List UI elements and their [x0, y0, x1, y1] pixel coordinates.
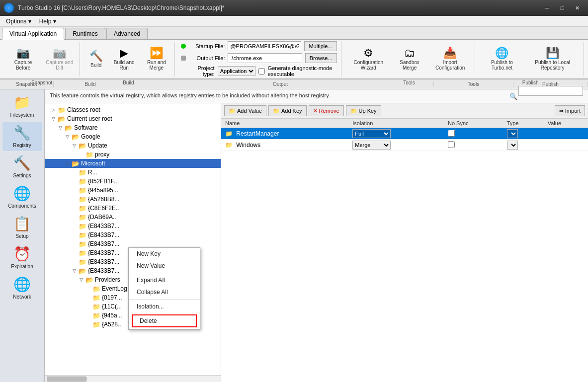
tree-node-guid4[interactable]: 📁 {C8E6F2E... — [45, 204, 221, 213]
tree-node-proxy[interactable]: 📁 proxy — [45, 150, 221, 159]
import-button[interactable]: ⇒ Import — [555, 105, 585, 116]
context-menu-isolation[interactable]: Isolation... — [129, 301, 200, 312]
menu-bar: Options ▾ Help ▾ — [0, 16, 588, 27]
network-label: Network — [13, 294, 31, 300]
publish-turbo-icon: 🌐 — [495, 48, 508, 59]
row-name-text: RestartManager — [236, 130, 279, 137]
tree-node-classes-root[interactable]: ▷ 📁 Classes root — [45, 105, 221, 114]
cell-isolation[interactable]: FullMergeWrite-CopyHide — [348, 128, 444, 140]
project-type-select[interactable]: Application — [218, 66, 255, 76]
sidebar-item-setup[interactable]: 📋 Setup — [2, 213, 42, 242]
tree-node-guid2[interactable]: 📁 {945a895... — [45, 186, 221, 195]
tree-node-software[interactable]: ▽ 📂 Software — [45, 123, 221, 132]
setup-label: Setup — [15, 233, 28, 239]
scroll-thumb[interactable] — [47, 377, 86, 382]
type-select[interactable] — [507, 129, 518, 138]
context-menu-delete[interactable]: Delete — [132, 314, 197, 327]
tree-node-guid6[interactable]: 📁 {E8433B7... — [45, 222, 221, 230]
sidebar-item-components[interactable]: 🌐 Components — [2, 182, 42, 212]
isolation-select[interactable]: FullMergeWrite-CopyHide — [352, 141, 391, 150]
context-menu-separator-2 — [129, 299, 200, 300]
add-key-button[interactable]: 📁 Add Key — [268, 105, 307, 116]
sidebar-item-network[interactable]: 🌐 Network — [2, 273, 42, 303]
nosync-checkbox[interactable] — [448, 141, 455, 148]
tab-runtimes[interactable]: Runtimes — [65, 28, 105, 39]
multiple-button[interactable]: Multiple... — [304, 41, 336, 51]
context-menu-separator-1 — [129, 273, 200, 273]
nosync-checkbox[interactable] — [448, 130, 455, 137]
browse-button[interactable]: Browse... — [305, 53, 337, 63]
context-menu-collapse-all[interactable]: Collapse All — [129, 286, 200, 298]
capture-diff-button[interactable]: 📷 Capture and Diff — [42, 46, 77, 73]
build-run-button[interactable]: ▶ Build and Run — [110, 46, 138, 73]
tree-node-current-user[interactable]: ▽ 📂 Current user root — [45, 114, 221, 123]
context-menu-expand-all[interactable]: Expand All — [129, 274, 200, 286]
node-label: {0197... — [102, 294, 122, 301]
right-panel: 📁 Add Value 📁 Add Key ✕ Remove 📁 Up Key — [221, 103, 588, 382]
config-wizard-button[interactable]: ⚙ Configuration Wizard — [347, 46, 390, 73]
folder-icon: 📁 — [79, 169, 86, 176]
run-merge-button[interactable]: ⏩ Run and Merge — [141, 46, 171, 73]
tab-virtual-application[interactable]: Virtual Application — [2, 28, 64, 40]
tree-node-guid5[interactable]: 📁 {DAB69A... — [45, 213, 221, 222]
node-label: {E8433B7... — [88, 240, 119, 247]
sidebar-item-registry[interactable]: 🔧 Registry — [2, 122, 42, 151]
generate-diagnostic-checkbox[interactable] — [258, 68, 265, 75]
registry-data-table: Name Isolation No Sync Type Value 📁 — [221, 119, 588, 151]
tree-node-guid1[interactable]: 📁 {852FB1F... — [45, 177, 221, 186]
row-folder-icon: 📁 — [225, 142, 233, 149]
type-select[interactable] — [507, 141, 518, 150]
startup-file-row: Startup File: Multiple... — [181, 41, 336, 51]
tree-node-microsoft[interactable]: ▽ 📂 Microsoft — [45, 159, 221, 168]
tree-node-guid7[interactable]: 📁 {E8433B7... — [45, 230, 221, 239]
publish-turbo-label: Publish to Turbo.net — [484, 60, 519, 71]
sidebar-item-settings[interactable]: 🔨 Settings — [2, 152, 42, 181]
sidebar-item-filesystem[interactable]: 📁 Filesystem — [2, 91, 42, 121]
build-button[interactable]: 🔨 Build — [85, 49, 107, 70]
expand-icon: ▽ — [66, 134, 71, 139]
build-label: Build — [90, 63, 101, 68]
import-icon: ⇒ — [559, 108, 564, 114]
add-value-button[interactable]: 📁 Add Value — [224, 105, 266, 116]
cell-type[interactable] — [503, 128, 544, 140]
close-button[interactable]: ✕ — [570, 3, 584, 13]
search-input[interactable] — [518, 89, 583, 96]
expand-icon: ▽ — [80, 277, 84, 282]
cell-nosync[interactable] — [444, 140, 503, 151]
import-config-button[interactable]: 📥 Import Configuration — [429, 46, 471, 73]
minimize-button[interactable]: ─ — [540, 3, 554, 13]
isolation-select[interactable]: FullMergeWrite-CopyHide — [352, 129, 391, 138]
sidebar-item-expiration[interactable]: ⏰ Expiration — [2, 243, 42, 272]
cell-value — [544, 140, 588, 151]
tree-node-r1[interactable]: 📁 R... — [45, 168, 221, 177]
output-file-input[interactable] — [228, 53, 302, 63]
maximize-button[interactable]: □ — [555, 3, 569, 13]
config-wizard-label: Configuration Wizard — [350, 60, 387, 71]
tree-scrollbar-horizontal[interactable] — [45, 375, 221, 382]
node-label: EventLog — [102, 285, 127, 292]
publish-turbo-button[interactable]: 🌐 Publish to Turbo.net — [481, 46, 522, 73]
tab-advanced[interactable]: Advanced — [106, 28, 148, 39]
publish-repo-button[interactable]: 💾 Publish to Local Repository — [525, 46, 580, 73]
main-area: 📁 Filesystem 🔧 Registry 🔨 Settings 🌐 Com… — [0, 89, 588, 382]
node-label: Providers — [95, 276, 120, 283]
node-label: Microsoft — [81, 160, 105, 167]
startup-file-input[interactable] — [228, 41, 301, 51]
menu-options[interactable]: Options ▾ — [2, 17, 35, 26]
cell-nosync[interactable] — [444, 128, 503, 140]
tree-node-guid3[interactable]: 📁 {A5268B8... — [45, 195, 221, 204]
node-label: Update — [88, 142, 107, 149]
tree-node-update[interactable]: ▽ 📂 Update — [45, 141, 221, 150]
network-icon: 🌐 — [13, 276, 31, 293]
context-menu-new-value[interactable]: New Value — [129, 260, 200, 272]
cell-type[interactable] — [503, 140, 544, 151]
context-menu-new-key[interactable]: New Key — [129, 248, 200, 260]
capture-before-button[interactable]: 📷 Capture Before — [7, 46, 39, 73]
up-key-button[interactable]: 📁 Up Key — [346, 105, 381, 116]
sandbox-merge-button[interactable]: 🗂 Sandbox Merge — [393, 46, 426, 73]
menu-help[interactable]: Help ▾ — [35, 17, 60, 26]
remove-button[interactable]: ✕ Remove — [309, 105, 344, 116]
cell-isolation[interactable]: FullMergeWrite-CopyHide — [348, 140, 444, 151]
tree-node-google[interactable]: ▽ 📂 Google — [45, 132, 221, 141]
config-wizard-icon: ⚙ — [363, 48, 373, 59]
